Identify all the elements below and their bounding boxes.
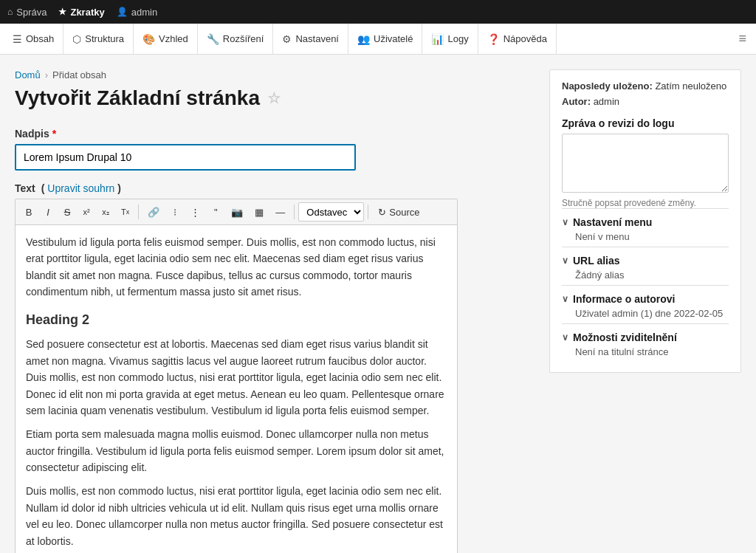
nav-struktura[interactable]: ⬡ Struktura (63, 24, 134, 54)
editor-h2: Heading 2 (26, 309, 447, 331)
sidebar: Naposledy uloženo: Zatím neuloženo Autor… (549, 69, 741, 553)
revision-textarea[interactable] (562, 134, 729, 193)
page-title: Vytvořit Základní stránka (15, 86, 260, 110)
accordion-visibility-sub: Není na titulní stránce (562, 346, 729, 357)
content-area: Domů › Přidat obsah Vytvořit Základní st… (15, 69, 549, 553)
vzhled-icon: 🎨 (142, 33, 155, 45)
main-layout: Domů › Přidat obsah Vytvořit Základní st… (0, 55, 756, 553)
breadcrumb: Domů › Přidat obsah (15, 69, 535, 80)
chevron-visibility-icon: ∨ (562, 332, 568, 343)
accordion-author-title: Informace o autorovi (573, 293, 675, 305)
accordion-menu-title: Nastavení menu (573, 216, 652, 228)
source-refresh-icon: ↻ (378, 207, 386, 218)
revision-hint: Stručně popsat provedené změny. (562, 198, 729, 208)
struktura-icon: ⬡ (72, 33, 81, 45)
nav-uzivatele[interactable]: 👥 Uživatelé (348, 24, 422, 54)
breadcrumb-home[interactable]: Domů (15, 69, 41, 80)
breadcrumb-current: Přidat obsah (52, 69, 106, 80)
edit-summary-link[interactable]: Upravit souhrn (47, 182, 114, 194)
editor-content[interactable]: Vestibulum id ligula porta felis euismod… (16, 225, 457, 553)
admin-bar: ⌂ Správa ★ Zkratky 👤 admin (0, 0, 756, 24)
logy-icon: 📊 (431, 33, 444, 45)
user-icon: 👤 (117, 7, 128, 17)
accordion-menu-sub: Není v menu (562, 231, 729, 242)
admin-bar-zkratky[interactable]: ★ Zkratky (58, 7, 104, 18)
sidebar-card: Naposledy uloženo: Zatím neuloženo Autor… (549, 69, 741, 373)
home-icon: ⌂ (7, 7, 13, 17)
nav-settings-icon[interactable]: ≡ (738, 31, 752, 47)
table-button[interactable]: ▦ (250, 202, 269, 221)
editor-p4: Duis mollis, est non commodo luctus, nis… (26, 483, 447, 549)
napoveda-icon: ❓ (487, 33, 500, 45)
chevron-url-icon: ∨ (562, 255, 568, 266)
last-saved-value: Zatím neuloženo (655, 80, 726, 92)
blockquote-button[interactable]: " (207, 202, 224, 221)
accordion-url-header[interactable]: ∨ URL alias (562, 255, 729, 267)
remove-format-button[interactable]: Tx (116, 202, 134, 221)
toolbar-sep-1 (138, 205, 139, 219)
accordion-visibility-header[interactable]: ∨ Možnosti zviditelnění (562, 332, 729, 343)
breadcrumb-sep: › (45, 69, 48, 80)
toolbar-sep-2 (294, 205, 295, 219)
star-icon: ★ (58, 7, 66, 17)
accordion-menu-header[interactable]: ∨ Nastavení menu (562, 216, 729, 228)
nav-nastaveni[interactable]: ⚙ Nastavení (273, 24, 348, 54)
bullet-list-button[interactable]: ⁝ (166, 202, 184, 221)
title-label: Nadpis * (15, 128, 535, 140)
nastaveni-icon: ⚙ (282, 33, 292, 45)
title-field-group: Nadpis * (15, 128, 535, 171)
source-label: Source (389, 207, 419, 218)
italic-button[interactable]: I (39, 202, 57, 221)
title-input[interactable] (15, 144, 356, 171)
accordion-author-sub: Uživatel admin (1) dne 2022-02-05 (562, 308, 729, 319)
editor-p2: Sed posuere consectetur est at lobortis.… (26, 336, 447, 419)
subscript-button[interactable]: x₂ (97, 202, 114, 221)
title-required: * (52, 128, 56, 140)
accordion-url: ∨ URL alias Žádný alias (562, 247, 729, 285)
last-saved-label: Naposledy uloženo: (562, 80, 653, 92)
uzivatele-icon: 👥 (357, 33, 370, 45)
bold-button[interactable]: B (20, 202, 38, 221)
nav-logy[interactable]: 📊 Logy (422, 24, 478, 54)
author-value: admin (594, 96, 619, 107)
accordion-url-sub: Žádný alias (562, 269, 729, 281)
nav-napoveda[interactable]: ❓ Nápověda (478, 24, 557, 54)
page-title-row: Vytvořit Základní stránka ☆ (15, 86, 535, 110)
editor-toolbar: B I S x² x₂ Tx 🔗 ⁝ ⋮ " 📷 ▦ — Odst (16, 199, 457, 225)
editor-wrapper: B I S x² x₂ Tx 🔗 ⁝ ⋮ " 📷 ▦ — Odst (15, 199, 458, 553)
accordion-visibility: ∨ Možnosti zviditelnění Není na titulní … (562, 323, 729, 362)
nav-toolbar: ☰ Obsah ⬡ Struktura 🎨 Vzhled 🔧 Rozšíření… (0, 24, 756, 55)
link-button[interactable]: 🔗 (142, 202, 165, 221)
text-field-group: Text ( Upravit souhrn ) B I S x² x₂ Tx 🔗… (15, 182, 535, 553)
accordion-menu: ∨ Nastavení menu Není v menu (562, 208, 729, 247)
editor-p1: Vestibulum id ligula porta felis euismod… (26, 234, 447, 300)
numbered-list-button[interactable]: ⋮ (185, 202, 205, 221)
accordion-visibility-title: Možnosti zviditelnění (573, 332, 677, 343)
last-saved-row: Naposledy uloženo: Zatím neuloženo (562, 80, 729, 92)
nav-rozsireni[interactable]: 🔧 Rozšíření (198, 24, 274, 54)
admin-bar-sprava[interactable]: ⌂ Správa (7, 7, 47, 18)
author-row: Autor: admin (562, 96, 729, 107)
admin-bar-admin[interactable]: 👤 admin (117, 7, 157, 18)
editor-p3: Etiam porta sem malesuada magna mollis e… (26, 426, 447, 475)
chevron-menu-icon: ∨ (562, 217, 568, 227)
paragraph-select[interactable]: Odstavec (298, 202, 364, 221)
obsah-icon: ☰ (13, 33, 22, 45)
source-button[interactable]: ↻ Source (374, 205, 424, 220)
hr-button[interactable]: — (270, 202, 290, 221)
superscript-button[interactable]: x² (78, 202, 95, 221)
revision-title: Zpráva o revizi do logu (562, 117, 729, 129)
accordion-url-title: URL alias (573, 255, 620, 267)
nav-vzhled[interactable]: 🎨 Vzhled (134, 24, 198, 54)
accordion-author: ∨ Informace o autorovi Uživatel admin (1… (562, 285, 729, 323)
nav-obsah[interactable]: ☰ Obsah (4, 24, 63, 54)
bookmark-icon[interactable]: ☆ (267, 89, 281, 107)
accordion-author-header[interactable]: ∨ Informace o autorovi (562, 293, 729, 305)
strikethrough-button[interactable]: S (58, 202, 76, 221)
author-label: Autor: (562, 96, 591, 107)
toolbar-sep-3 (368, 205, 368, 219)
rozsireni-icon: 🔧 (207, 33, 219, 45)
text-label: Text ( Upravit souhrn ) (15, 182, 535, 194)
image-button[interactable]: 📷 (226, 202, 248, 221)
chevron-author-icon: ∨ (562, 294, 568, 304)
